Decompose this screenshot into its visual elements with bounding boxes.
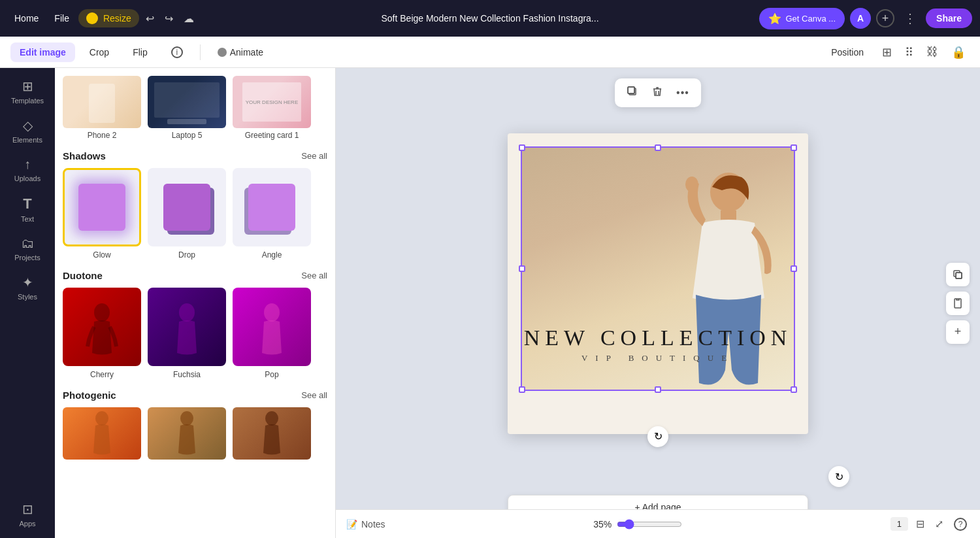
handle-bot-mid[interactable] [655,386,661,393]
shadow-angle[interactable]: Angle [233,168,311,260]
canvas-refresh-button[interactable]: ↻ [828,466,849,487]
shadow-drop-label: Drop [178,250,195,260]
add-collaborator-button[interactable]: + [876,9,894,27]
more-options-button[interactable]: ••• [671,84,694,102]
text-icon: T [23,195,31,212]
shadow-glow-thumb [63,168,141,246]
paste-style-button[interactable] [946,292,970,315]
help-button[interactable]: ? [951,515,970,533]
duotone-pop[interactable]: Pop [233,288,311,379]
file-button[interactable]: File [48,9,76,27]
photogenic-header: Photogenic See all [63,390,327,401]
home-button[interactable]: Home [8,9,45,27]
svg-point-15 [685,177,698,192]
canvas-image-container[interactable]: NEW COLLECTION VIP BOUTIQUE [521,146,795,391]
svg-point-0 [94,303,110,322]
sidebar-item-uploads[interactable]: ↑ Uploads [4,152,51,188]
svg-point-3 [95,411,108,426]
shadow-glow[interactable]: Glow [63,168,141,260]
resize-button[interactable]: Resize [78,9,139,27]
thumb-laptop5[interactable]: Laptop 5 [148,76,226,140]
notes-icon: 📝 [346,519,357,530]
shadows-see-all[interactable]: See all [301,151,327,161]
left-panel: Phone 2 Laptop 5 YOUR DESIGN HERE Greeti… [55,68,336,538]
thumb-greeting1[interactable]: YOUR DESIGN HERE Greeting card 1 [233,76,311,140]
lock-button[interactable]: 🔒 [947,41,970,63]
handle-top-mid[interactable] [655,144,661,151]
shadow-drop[interactable]: Drop [148,168,226,260]
show-pages-button[interactable]: ⊟ [913,515,927,533]
svg-point-2 [264,303,280,322]
notifications-button[interactable]: ⋮ [900,7,921,30]
avatar[interactable]: A [850,8,871,29]
duotone-cherry[interactable]: Cherry [63,288,141,379]
handle-mid-left[interactable] [519,265,525,272]
redo-button[interactable]: ↪ [161,8,177,29]
sidebar-item-styles[interactable]: ✦ Styles [4,269,51,306]
duotone-see-all[interactable]: See all [301,271,327,280]
pattern-button[interactable]: ⠿ [901,41,917,63]
flip-button[interactable]: Flip [123,42,157,62]
duplicate-button[interactable] [621,82,644,103]
zoom-controls: 35% [593,519,682,530]
share-button[interactable]: Share [926,8,972,28]
sidebar-item-apps[interactable]: ⊡ Apps [4,496,51,533]
edit-image-button[interactable]: Edit image [10,42,75,62]
get-canva-button[interactable]: ⭐ Get Canva ... [759,8,845,29]
shadow-drop-inner [163,184,210,231]
canvas-swap-button[interactable]: ↻ [647,426,668,447]
undo-button[interactable]: ↩ [142,8,158,29]
silhouette-pop [252,301,291,366]
photogenic-3-img [233,407,311,460]
photogenic-2[interactable] [148,407,226,460]
shadows-header: Shadows See all [63,150,327,161]
thumb-phone2-label: Phone 2 [88,131,117,140]
sidebar-item-elements[interactable]: ◇ Elements [4,112,51,149]
handle-bot-right[interactable] [791,386,797,393]
cloud-button[interactable]: ☁ [180,8,198,29]
position-button[interactable]: Position [822,42,873,62]
photogenic-title: Photogenic [63,390,116,401]
sidebar-item-label-elements: Elements [12,136,42,144]
photogenic-see-all[interactable]: See all [301,390,327,400]
animate-button[interactable]: Animate [208,42,272,62]
grid-view-button[interactable]: ⊞ [878,41,896,63]
thumb-greeting1-img: YOUR DESIGN HERE [233,76,311,128]
notes-button[interactable]: 📝 Notes [346,519,385,530]
silhouette-pg3 [255,411,288,460]
link-button[interactable]: ⛓ [923,41,942,63]
handle-top-left[interactable] [519,144,525,151]
templates-icon: ⊞ [22,78,33,94]
new-collection-text: NEW COLLECTION [522,326,794,350]
sidebar-item-templates[interactable]: ⊞ Templates [4,73,51,110]
crop-button[interactable]: Crop [80,42,118,62]
animate-icon [218,48,227,57]
photogenic-1[interactable] [63,407,141,460]
handle-mid-right[interactable] [791,265,797,272]
add-element-button[interactable]: + [946,320,970,344]
copy-style-button[interactable] [946,263,970,286]
info-button[interactable]: i [162,42,192,63]
secondbar: Edit image Crop Flip i Animate Position … [0,37,980,68]
handle-top-right[interactable] [791,144,797,151]
photogenic-3[interactable] [233,407,311,460]
styles-icon: ✦ [22,275,33,290]
handle-bot-left[interactable] [519,386,525,393]
zoom-slider[interactable] [617,519,682,530]
svg-point-5 [265,411,278,426]
thumb-phone2[interactable]: Phone 2 [63,76,141,140]
duotone-fuchsia[interactable]: Fuchsia [148,288,226,379]
sidebar-item-label-templates: Templates [11,97,44,105]
add-icon: + [955,325,962,339]
delete-icon [651,86,663,97]
bottom-right: 1 ⊟ ⤢ ? [890,515,970,533]
fullscreen-button[interactable]: ⤢ [932,515,946,533]
sidebar-item-label-apps: Apps [19,520,35,528]
duotone-cherry-thumb [63,288,141,366]
copy-icon [952,269,964,280]
duotone-pop-thumb [233,288,311,366]
sidebar-item-text[interactable]: T Text [4,190,51,228]
delete-button[interactable] [646,82,668,103]
sidebar-item-projects[interactable]: 🗂 Projects [4,231,51,267]
silhouette-pg2 [171,411,203,460]
